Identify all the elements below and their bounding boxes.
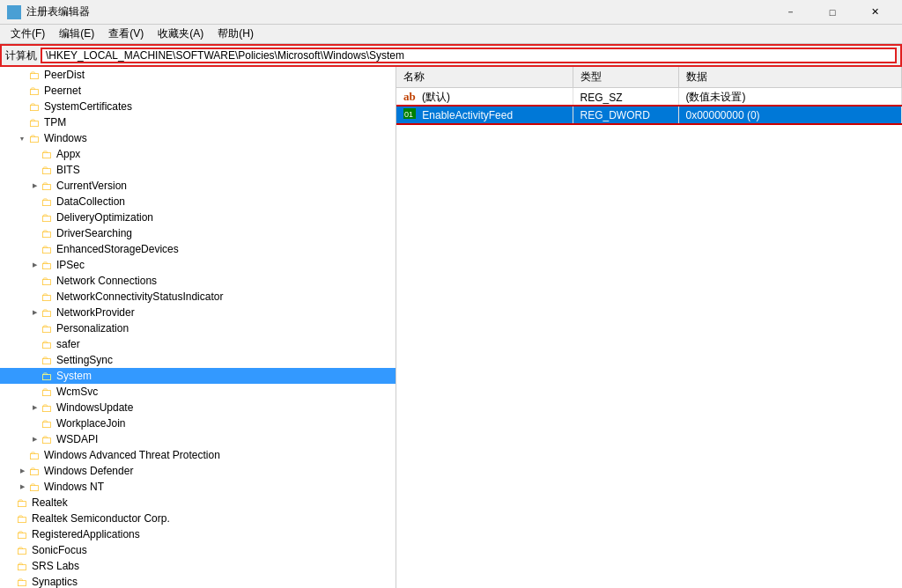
tree-item-winatp[interactable]: Windows Advanced Threat Protection bbox=[0, 447, 396, 463]
tree-panel: PeerDist Peernet SystemCertificates TPM … bbox=[0, 67, 396, 588]
tree-label-system: System bbox=[56, 370, 92, 382]
tree-item-peernet[interactable]: Peernet bbox=[0, 83, 396, 99]
tree-item-wsdapi[interactable]: WSDAPI bbox=[0, 431, 396, 447]
reg-type-default: REG_SZ bbox=[573, 88, 678, 107]
tree-label-peernet: Peernet bbox=[44, 85, 81, 97]
tree-item-deliveryopt[interactable]: DeliveryOptimization bbox=[0, 209, 396, 225]
tree-item-driversearching[interactable]: DriverSearching bbox=[0, 225, 396, 241]
tree-item-system[interactable]: System bbox=[0, 368, 396, 384]
table-row-enablefeed[interactable]: 01 EnableActivityFeed REG_DWORD 0x000000… bbox=[396, 107, 902, 123]
folder-icon-workplacejoin bbox=[41, 417, 55, 430]
expander-currentversion[interactable] bbox=[28, 180, 41, 192]
window-title: 注册表编辑器 bbox=[26, 4, 90, 19]
tree-item-srslabs[interactable]: SRS Labs bbox=[0, 558, 396, 574]
tree-item-windows[interactable]: Windows bbox=[0, 130, 396, 146]
tree-item-systemcerts[interactable]: SystemCertificates bbox=[0, 99, 396, 114]
tree-label-safer: safer bbox=[56, 338, 80, 350]
tree-item-sonicfocus[interactable]: SonicFocus bbox=[0, 542, 396, 558]
menu-view[interactable]: 查看(V) bbox=[101, 25, 151, 43]
tree-item-datacollection[interactable]: DataCollection bbox=[0, 194, 396, 209]
tree-item-winnt[interactable]: Windows NT bbox=[0, 479, 396, 495]
svg-rect-1 bbox=[15, 6, 20, 11]
col-data[interactable]: 数据 bbox=[678, 67, 902, 88]
tree-item-realtek[interactable]: Realtek bbox=[0, 495, 396, 511]
tree-label-ipsec: IPSec bbox=[56, 259, 85, 271]
tree-item-safer[interactable]: safer bbox=[0, 336, 396, 352]
tree-label-sonicfocus: SonicFocus bbox=[32, 544, 87, 556]
menu-help[interactable]: 帮助(H) bbox=[211, 25, 261, 43]
registry-table: 名称 类型 数据 ab (默认) REG_SZ (数值未设置) bbox=[396, 67, 902, 123]
tree-label-registeredapps: RegisteredApplications bbox=[32, 528, 140, 540]
folder-icon-srslabs bbox=[16, 560, 30, 572]
reg-data-default: (数值未设置) bbox=[678, 88, 902, 107]
tree-label-realteksemi: Realtek Semiconductor Corp. bbox=[32, 512, 170, 525]
maximize-button[interactable]: □ bbox=[812, 0, 853, 25]
tree-label-systemcerts: SystemCertificates bbox=[44, 100, 132, 113]
tree-label-settingsync: SettingSync bbox=[56, 354, 113, 366]
folder-icon-datacollection bbox=[41, 195, 55, 208]
tree-label-bits: BITS bbox=[56, 164, 80, 176]
tree-item-windefender[interactable]: Windows Defender bbox=[0, 463, 396, 479]
expander-winnt[interactable] bbox=[16, 481, 28, 493]
tree-label-deliveryopt: DeliveryOptimization bbox=[56, 211, 153, 224]
address-box bbox=[41, 48, 897, 63]
expander-windefender[interactable] bbox=[16, 465, 28, 477]
tree-label-wsdapi: WSDAPI bbox=[56, 433, 98, 445]
title-bar: 注册表编辑器 － □ ✕ bbox=[0, 0, 902, 25]
folder-icon-sonicfocus bbox=[16, 544, 30, 556]
folder-icon-driversearching bbox=[41, 227, 55, 239]
tree-item-ipsec[interactable]: IPSec bbox=[0, 257, 396, 273]
folder-icon-enhancedstorage bbox=[41, 243, 55, 255]
tree-label-datacollection: DataCollection bbox=[56, 195, 125, 208]
tree-label-synaptics: Synaptics bbox=[32, 576, 78, 588]
expander-wsdapi[interactable] bbox=[28, 433, 41, 445]
expander-ipsec[interactable] bbox=[28, 259, 41, 271]
close-button[interactable]: ✕ bbox=[854, 0, 895, 25]
col-name[interactable]: 名称 bbox=[396, 67, 573, 88]
folder-icon-bits bbox=[41, 164, 55, 176]
tree-item-personalization[interactable]: Personalization bbox=[0, 320, 396, 336]
tree-item-netprovider[interactable]: NetworkProvider bbox=[0, 305, 396, 320]
tree-item-synaptics[interactable]: Synaptics bbox=[0, 574, 396, 588]
col-type[interactable]: 类型 bbox=[573, 67, 678, 88]
address-label: 计算机 bbox=[5, 48, 37, 63]
tree-item-settingsync[interactable]: SettingSync bbox=[0, 352, 396, 368]
tree-item-netconns[interactable]: Network Connections bbox=[0, 273, 396, 289]
tree-label-winatp: Windows Advanced Threat Protection bbox=[44, 449, 220, 461]
folder-icon-realteksemi bbox=[16, 512, 30, 525]
tree-item-appx[interactable]: Appx bbox=[0, 146, 396, 162]
tree-item-wcmsvc[interactable]: WcmSvc bbox=[0, 384, 396, 400]
svg-text:01: 01 bbox=[404, 110, 413, 119]
tree-item-tpm[interactable]: TPM bbox=[0, 114, 396, 130]
tree-item-workplacejoin[interactable]: WorkplaceJoin bbox=[0, 415, 396, 431]
tree-item-netconnindicator[interactable]: NetworkConnectivityStatusIndicator bbox=[0, 289, 396, 305]
tree-label-driversearching: DriverSearching bbox=[56, 227, 132, 239]
expander-windowsupdate[interactable] bbox=[28, 401, 41, 414]
tree-label-windowsupdate: WindowsUpdate bbox=[56, 401, 133, 414]
tree-label-peerdist: PeerDist bbox=[44, 69, 85, 81]
minimize-button[interactable]: － bbox=[770, 0, 810, 25]
folder-icon-settingsync bbox=[41, 354, 55, 366]
table-row[interactable]: ab (默认) REG_SZ (数值未设置) bbox=[396, 88, 902, 107]
tree-label-currentversion: CurrentVersion bbox=[56, 180, 127, 192]
tree-item-currentversion[interactable]: CurrentVersion bbox=[0, 178, 396, 194]
address-bar: 计算机 bbox=[0, 44, 902, 67]
expander-windows[interactable] bbox=[16, 132, 28, 144]
folder-icon-wsdapi bbox=[41, 433, 55, 445]
reg-type-enablefeed: REG_DWORD bbox=[573, 107, 678, 123]
svg-rect-3 bbox=[15, 13, 20, 18]
address-input[interactable] bbox=[42, 49, 895, 62]
menu-favorites[interactable]: 收藏夹(A) bbox=[151, 25, 211, 43]
tree-item-bits[interactable]: BITS bbox=[0, 162, 396, 178]
tree-item-windowsupdate[interactable]: WindowsUpdate bbox=[0, 400, 396, 415]
tree-item-peerdist[interactable]: PeerDist bbox=[0, 67, 396, 83]
menu-file[interactable]: 文件(F) bbox=[4, 25, 52, 43]
expander-netprovider[interactable] bbox=[28, 306, 41, 319]
main-content: PeerDist Peernet SystemCertificates TPM … bbox=[0, 67, 902, 588]
tree-item-realteksemi[interactable]: Realtek Semiconductor Corp. bbox=[0, 511, 396, 526]
tree-label-personalization: Personalization bbox=[56, 322, 129, 334]
tree-item-enhancedstorage[interactable]: EnhancedStorageDevices bbox=[0, 241, 396, 257]
tree-item-registeredapps[interactable]: RegisteredApplications bbox=[0, 526, 396, 542]
menu-edit[interactable]: 编辑(E) bbox=[52, 25, 101, 43]
folder-icon-netconns bbox=[41, 275, 55, 287]
